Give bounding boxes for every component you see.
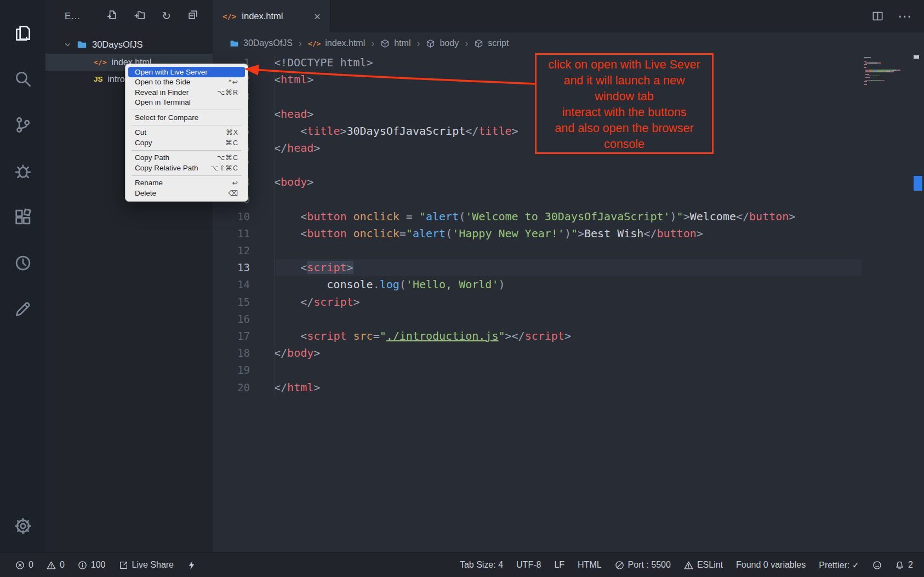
minimap-line [864, 77, 909, 78]
pen-icon [14, 300, 32, 318]
menu-item-label: Copy Path [135, 153, 169, 162]
menu-item-label: Cut [135, 128, 146, 136]
status-label: Live Share [132, 560, 174, 570]
menu-item-label: Reveal in Finder [135, 88, 189, 96]
code-line-18[interactable]: 18</body> [213, 345, 924, 362]
status-live-share[interactable]: Live Share [112, 553, 181, 577]
status-errors[interactable]: 0 [9, 553, 40, 577]
status-port[interactable]: Port : 5500 [608, 553, 677, 577]
code-line-13[interactable]: 13 <script> [213, 259, 924, 276]
refresh-explorer-button[interactable]: ↻ [162, 10, 171, 22]
line-number: 12 [213, 242, 274, 259]
status-eol[interactable]: LF [547, 553, 571, 577]
minimap-line [864, 59, 909, 60]
bell-icon [895, 561, 904, 570]
code-line-11[interactable]: 11 <button onclick="alert('Happy New Yea… [213, 225, 924, 242]
annotation-text-line: interact with the buttons [537, 105, 712, 121]
menu-item-copy-relative-path[interactable]: Copy Relative Path⌥⇧⌘C [128, 163, 245, 173]
code-line-14[interactable]: 14 console.log('Hello, World') [213, 276, 924, 293]
status-info[interactable]: 100 [71, 553, 112, 577]
collapse-all-icon [187, 9, 198, 20]
menu-item-cut[interactable]: Cut⌘X [128, 128, 245, 138]
minimap[interactable] [864, 57, 909, 85]
breadcrumb-index-html[interactable]: </>index.html [308, 38, 365, 48]
breadcrumb-30daysofjs[interactable]: 30DaysOfJS [230, 38, 293, 48]
overview-ruler [911, 54, 924, 552]
status-feedback[interactable] [866, 553, 888, 577]
tree-root-folder[interactable]: 30DaysOfJS [45, 36, 213, 54]
code-line-16[interactable]: 16 [213, 311, 924, 328]
breadcrumb-script[interactable]: script [474, 38, 509, 48]
minimap-line [864, 70, 909, 71]
code-text: </html> [274, 379, 862, 396]
status-notifications[interactable]: 2 [888, 553, 920, 577]
status-bar-left: 00100Live Share [4, 553, 203, 577]
new-folder-button[interactable] [134, 9, 145, 23]
code-line-8[interactable]: 8<body> [213, 174, 924, 191]
menu-item-copy[interactable]: Copy⌘C [128, 138, 245, 148]
status-label: 2 [908, 560, 913, 570]
explorer-title: E… [65, 11, 80, 22]
line-number: 14 [213, 276, 274, 293]
activity-item-settings[interactable] [0, 503, 45, 549]
more-actions-icon[interactable]: ⋯ [898, 9, 912, 23]
menu-item-open-with-live-server[interactable]: Open with Live Server [128, 67, 245, 77]
activity-item-extensions[interactable] [0, 194, 45, 240]
status-tab-size[interactable]: Tab Size: 4 [453, 553, 510, 577]
code-line-9[interactable]: 9 [213, 191, 924, 208]
code-text [274, 362, 862, 379]
activity-bar [0, 0, 45, 552]
menu-item-label: Select for Compare [135, 113, 198, 122]
tab-close-icon[interactable]: × [314, 10, 321, 23]
minimap-line [864, 61, 909, 62]
share-icon [119, 561, 128, 570]
status-label: Tab Size: 4 [460, 560, 503, 570]
code-line-15[interactable]: 15 </script> [213, 294, 924, 311]
menu-item-reveal-in-finder[interactable]: Reveal in Finder⌥⌘R [128, 87, 245, 98]
line-number: 19 [213, 362, 274, 379]
breadcrumb-body[interactable]: body [426, 38, 459, 48]
code-line-10[interactable]: 10 <button onclick = "alert('Welcome to … [213, 208, 924, 225]
activity-item-history[interactable] [0, 240, 45, 286]
minimap-line [864, 84, 909, 85]
new-file-button[interactable] [107, 9, 118, 23]
status-prettier[interactable]: Prettier: ✓ [812, 553, 866, 577]
activity-item-explorer[interactable] [0, 10, 45, 56]
activity-item-source-control[interactable] [0, 102, 45, 148]
status-eslint[interactable]: ESLint [677, 553, 729, 577]
activity-item-run-debug[interactable] [0, 148, 45, 194]
status-language-mode[interactable]: HTML [571, 553, 608, 577]
collapse-folders-button[interactable] [187, 9, 198, 23]
code-line-12[interactable]: 12 [213, 242, 924, 259]
code-text [274, 242, 862, 259]
menu-item-label: Rename [135, 179, 163, 187]
menu-item-open-to-the-side[interactable]: Open to the Side^↩ [128, 77, 245, 88]
status-label: Found 0 variables [736, 560, 806, 570]
menu-item-copy-path[interactable]: Copy Path⌥⌘C [128, 153, 245, 163]
warning-icon [684, 561, 693, 570]
breadcrumb-html[interactable]: html [380, 38, 410, 48]
status-encoding[interactable]: UTF-8 [510, 553, 547, 577]
explorer-header: E… ↻ [45, 0, 213, 32]
activity-item-search[interactable] [0, 56, 45, 102]
menu-item-open-in-terminal[interactable]: Open in Terminal [128, 98, 245, 108]
menu-item-delete[interactable]: Delete⌫ [128, 188, 245, 198]
status-live-server-bolt[interactable] [180, 553, 203, 577]
menu-item-rename[interactable]: Rename↩ [128, 178, 245, 188]
split-editor-icon[interactable] [872, 10, 883, 22]
menu-item-select-for-compare[interactable]: Select for Compare [128, 112, 245, 123]
sidebar-actions: ↻ [107, 9, 198, 23]
code-line-19[interactable]: 19 [213, 362, 924, 379]
code-line-20[interactable]: 20</html> [213, 379, 924, 396]
code-line-17[interactable]: 17 <script src="./introduction.js"></scr… [213, 328, 924, 345]
html-mark-icon: </> [94, 59, 106, 66]
activity-item-draw[interactable] [0, 286, 45, 332]
status-variables[interactable]: Found 0 variables [729, 553, 812, 577]
tab-label: index.html [242, 11, 283, 21]
folder-icon [77, 39, 87, 50]
code-line-7[interactable]: 7 [213, 157, 924, 174]
status-label: UTF-8 [516, 560, 541, 570]
status-warnings[interactable]: 0 [40, 553, 71, 577]
tab-index-html[interactable]: </>index.html× [213, 0, 331, 32]
line-number: 11 [213, 225, 274, 242]
